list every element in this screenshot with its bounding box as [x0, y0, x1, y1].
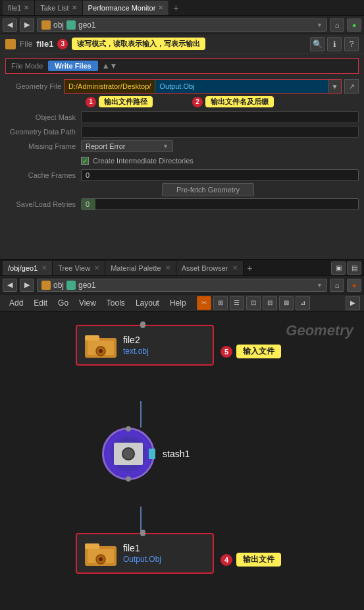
menu-go[interactable]: Go: [53, 295, 74, 311]
tab-file1-close[interactable]: ✕: [24, 4, 29, 11]
object-mask-input[interactable]: [81, 111, 359, 123]
save-load-retries-row: Save/Load Retries 0: [0, 197, 364, 211]
bottom-tab-add-button[interactable]: +: [244, 263, 257, 273]
menu-icon-grid2[interactable]: ☰: [230, 296, 244, 310]
annotation-badge-3: 3: [57, 39, 68, 49]
geometry-file-path[interactable]: D:/Administrator/Desktop/: [65, 80, 155, 93]
tab-performance-monitor-close[interactable]: ✕: [158, 4, 163, 11]
menu-tools[interactable]: Tools: [101, 295, 130, 311]
menu-layout[interactable]: Layout: [130, 295, 165, 311]
bottom-home-button[interactable]: ⌂: [330, 279, 344, 292]
menu-icon-group: ✂ ⊞ ☰ ⊡ ⊟ ⊠ ⊿: [197, 296, 310, 310]
annotation-num-4: 4: [221, 554, 232, 566]
view-btn-1[interactable]: ▣: [331, 262, 346, 275]
tab-performance-monitor[interactable]: Performance Monitor ✕: [83, 1, 170, 15]
tab-take-list-close[interactable]: ✕: [72, 4, 77, 11]
tab-asset-browser[interactable]: Asset Browser ✕: [176, 261, 244, 275]
tab-file1[interactable]: file1 ✕: [3, 1, 35, 15]
tab-material-palette-close[interactable]: ✕: [165, 264, 170, 271]
tab-material-palette[interactable]: Material Palette ✕: [105, 261, 176, 275]
file-folder-icon: [5, 39, 16, 49]
help-button[interactable]: ?: [344, 37, 359, 51]
network-view: Geometry file2 text.obj: [0, 312, 364, 610]
geometry-file-input[interactable]: D:/Administrator/Desktop/ Output.Obj ▼: [64, 79, 342, 94]
tab-tree-view[interactable]: Tree View ✕: [53, 261, 105, 275]
save-load-retries-slider[interactable]: 0: [81, 198, 359, 210]
path-selector[interactable]: obj geo1 ▼: [37, 18, 327, 32]
properties-panel: File Mode Write Files ▲▼ Geometry File D…: [0, 54, 364, 214]
file-mode-arrow[interactable]: ▲▼: [102, 61, 118, 70]
svg-rect-6: [85, 543, 99, 549]
tab-performance-monitor-label: Performance Monitor: [88, 4, 156, 12]
bottom-path-geo: geo1: [78, 281, 96, 290]
create-intermediate-checkbox[interactable]: ✓: [81, 157, 89, 165]
menu-overflow-button[interactable]: ▶: [346, 296, 360, 310]
prefetch-button[interactable]: Pre-fetch Geometry: [162, 183, 254, 196]
menu-icon-grid4[interactable]: ⊟: [263, 296, 277, 310]
bottom-back-button[interactable]: ◀: [3, 279, 17, 292]
bottom-panel: /obj/geo1 ✕ Tree View ✕ Material Palette…: [0, 260, 364, 610]
missing-frame-arrow: ▼: [163, 143, 169, 150]
missing-frame-dropdown[interactable]: Report Error ▼: [81, 140, 173, 152]
bottom-forward-button[interactable]: ▶: [20, 279, 34, 292]
geometry-file-dropdown[interactable]: ▼: [328, 80, 341, 93]
tab-obj-geo1-close[interactable]: ✕: [41, 264, 47, 271]
menu-icon-grid1[interactable]: ⊞: [213, 296, 228, 310]
menu-add[interactable]: Add: [4, 295, 28, 311]
file1-node-dot-bottom: [140, 531, 145, 536]
svg-rect-1: [85, 335, 99, 341]
tab-take-list[interactable]: Take List ✕: [35, 1, 82, 15]
create-intermediate-label: Create Intermediate Directories: [93, 157, 194, 165]
prefetch-row: Pre-fetch Geometry: [0, 182, 364, 197]
svg-point-4: [99, 349, 103, 353]
annotation-badge-1: 1: [86, 97, 96, 107]
svg-point-9: [99, 557, 103, 561]
object-mask-label: Object Mask: [5, 113, 81, 121]
menu-view[interactable]: View: [74, 295, 101, 311]
menu-icon-grid5[interactable]: ⊠: [279, 296, 294, 310]
file1-node[interactable]: file1 Output.Obj: [76, 533, 214, 574]
stash1-dot-top: [126, 426, 131, 431]
menu-icon-scissors[interactable]: ✂: [197, 296, 211, 310]
file-mode-label: File Mode: [11, 62, 43, 70]
forward-button[interactable]: ▶: [20, 18, 34, 32]
cache-frames-label: Cache Frames: [5, 171, 81, 179]
file2-node-file: text.obj: [123, 347, 149, 356]
tab-add-button[interactable]: +: [169, 3, 182, 13]
annotation-badge-2: 2: [192, 97, 203, 107]
menu-icon-grid3[interactable]: ⊡: [246, 296, 261, 310]
bottom-path-selector[interactable]: obj geo1 ▼: [37, 279, 327, 292]
menu-edit[interactable]: Edit: [28, 295, 53, 311]
geo-data-path-row: Geometry Data Path: [0, 125, 364, 139]
annotation-text-1: 输出文件路径: [99, 96, 153, 107]
home-button[interactable]: ⌂: [330, 18, 344, 32]
stash1-node[interactable]: stash1: [102, 428, 190, 480]
back-button[interactable]: ◀: [3, 18, 17, 32]
tab-asset-browser-close[interactable]: ✕: [232, 264, 238, 271]
geometry-file-link[interactable]: ↗: [344, 79, 359, 94]
menu-icon-grid6[interactable]: ⊿: [296, 296, 310, 310]
file2-node[interactable]: file2 text.obj: [76, 325, 214, 366]
file2-node-dot-bottom: [140, 323, 145, 328]
cache-frames-slider[interactable]: 0: [81, 169, 359, 181]
stash1-name: stash1: [163, 449, 190, 459]
write-files-button[interactable]: Write Files: [48, 61, 97, 71]
menu-help[interactable]: Help: [165, 295, 192, 311]
file-mode-row: File Mode Write Files ▲▼: [5, 58, 359, 74]
tab-obj-geo1[interactable]: /obj/geo1 ✕: [3, 261, 53, 275]
info-button[interactable]: ℹ: [327, 37, 342, 51]
geometry-file-name[interactable]: Output.Obj: [155, 80, 328, 93]
view-btn-2[interactable]: ▤: [347, 262, 361, 275]
missing-frame-row: Missing Frame Report Error ▼: [0, 139, 364, 153]
bottom-path-geo-icon: [66, 281, 76, 290]
search-button[interactable]: 🔍: [310, 37, 325, 51]
bottom-path-arrow: ▼: [317, 282, 323, 289]
stash1-cyan-bar: [149, 449, 155, 459]
bottom-sync-button[interactable]: ●: [347, 279, 361, 292]
tab-obj-geo1-label: /obj/geo1: [8, 264, 38, 272]
sync-button[interactable]: ●: [347, 18, 361, 32]
file-name: file1: [36, 39, 53, 49]
tab-tree-view-close[interactable]: ✕: [94, 264, 99, 271]
geo-data-path-input[interactable]: [81, 126, 359, 138]
file-keyword: File: [20, 40, 32, 49]
